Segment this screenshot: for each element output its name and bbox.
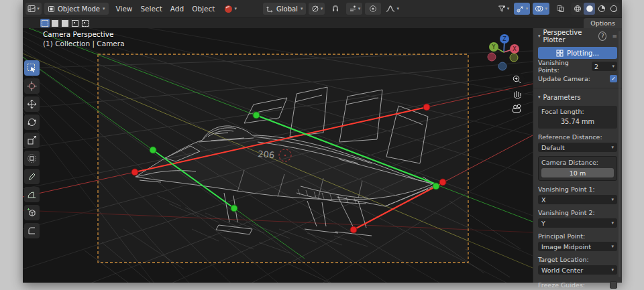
move-icon: [27, 99, 37, 109]
magnet-icon: [331, 5, 339, 13]
transform-orientation-dropdown[interactable]: Global ▾: [263, 3, 306, 15]
cursor-tool[interactable]: [24, 78, 40, 94]
plotting-button[interactable]: Plotting...: [538, 47, 617, 59]
annotate-tool[interactable]: [24, 169, 40, 184]
rotate-tool[interactable]: [24, 115, 40, 130]
vanishing-points-value: 2: [594, 63, 598, 70]
proportional-editing-button[interactable]: [365, 3, 381, 15]
select-mode-set[interactable]: [40, 19, 50, 27]
mode-dropdown[interactable]: Object Mode ▾: [44, 3, 109, 15]
select-box-icon: [27, 63, 37, 73]
principal-point-select[interactable]: Image Midpoint ▾: [538, 242, 617, 251]
add-cube-tool[interactable]: [24, 205, 40, 220]
guide-handle-green-2a[interactable]: [150, 147, 156, 153]
gizmo-neg-z-ball[interactable]: [498, 62, 506, 70]
snap-increment-icon: [349, 5, 357, 13]
3d-cursor-icon: [27, 81, 37, 91]
select-invert-icon: [72, 20, 78, 27]
select-set-icon: [42, 20, 48, 27]
vanishing-points-select[interactable]: 2 ▾: [592, 62, 617, 71]
parameters-header[interactable]: ▾ Parameters: [538, 92, 617, 102]
object-type-visibility-dropdown[interactable]: ▾: [495, 3, 511, 15]
vanishing-point-1-select[interactable]: X ▾: [538, 195, 617, 204]
tool-shelf: [24, 60, 40, 238]
perspective-plotter-panel: ▾ Perspective Plotter ? ≡ Plotting... Va…: [533, 28, 622, 283]
pivot-point-dropdown[interactable]: ▾: [309, 3, 325, 15]
select-mode-intersect[interactable]: [80, 19, 90, 27]
zoom-button[interactable]: [510, 72, 525, 87]
material-sphere-icon: [598, 5, 606, 13]
snap-toggle-button[interactable]: [327, 3, 343, 15]
chevron-down-icon: ▾: [103, 7, 105, 11]
object-mode-icon: [48, 5, 55, 13]
viewport-canvas: 206: [23, 28, 533, 283]
gizmo-neg-x-ball[interactable]: [488, 53, 496, 61]
guide-handle-red-1b[interactable]: [423, 104, 430, 111]
pan-button[interactable]: [510, 87, 525, 102]
select-mode-subtract[interactable]: [60, 19, 70, 27]
annotate-pen-icon: [27, 171, 37, 182]
guide-handle-red-2b[interactable]: [439, 179, 446, 186]
camera-distance-box: Camera Distance: 10 m: [538, 156, 617, 181]
vanishing-point-1-label: Vanishing Point 1:: [538, 186, 617, 193]
divider: [533, 88, 622, 88]
gizmos-toggle-dropdown[interactable]: ▾: [514, 3, 530, 15]
principal-point-dot: [284, 155, 286, 156]
plot-grid-icon: [556, 50, 564, 57]
select-box-tool[interactable]: [24, 60, 40, 76]
overlays-toggle-dropdown[interactable]: ▾: [533, 3, 549, 15]
tool-options-dropdown[interactable]: Options: [584, 18, 622, 28]
menu-add[interactable]: Add: [166, 0, 189, 17]
reference-distance-select[interactable]: Default ▾: [538, 143, 617, 152]
transform-tool[interactable]: [24, 151, 40, 166]
shading-rendered-button[interactable]: [608, 3, 619, 15]
shading-solid-button[interactable]: [584, 3, 595, 15]
wireframe-sphere-icon: [574, 5, 582, 13]
chevron-down-icon: ▾: [611, 198, 614, 202]
extra-tool[interactable]: [24, 223, 40, 238]
solid-sphere-icon: [586, 5, 594, 13]
measure-tool[interactable]: [24, 187, 40, 202]
viewport-header-bar: ▾ Object Mode ▾ View Select Add Object ▾…: [23, 0, 622, 18]
gizmo-neg-y-ball[interactable]: [510, 54, 518, 62]
axis-line-red: [23, 210, 533, 232]
select-mode-invert[interactable]: [70, 19, 80, 27]
proportional-falloff-dropdown[interactable]: ▾: [384, 3, 401, 15]
vanishing-point-2-select[interactable]: Y ▾: [538, 218, 617, 228]
update-camera-label: Update Camera:: [538, 75, 590, 82]
select-intersect-icon: [82, 20, 89, 27]
menu-object[interactable]: Object: [187, 0, 219, 17]
addon-menu-button[interactable]: ▾: [222, 3, 239, 15]
target-location-select[interactable]: World Center ▾: [538, 265, 617, 275]
aircraft-marking: 206: [258, 149, 275, 160]
pivot-point-icon: [311, 5, 319, 13]
shading-material-button[interactable]: [596, 3, 607, 15]
panel-scrollbar[interactable]: [619, 31, 621, 277]
editor-type-button[interactable]: ▾: [25, 3, 42, 15]
guide-handle-green-1b[interactable]: [433, 183, 439, 190]
xray-toggle-button[interactable]: [552, 3, 568, 15]
guide-handle-red-2a[interactable]: [350, 226, 357, 233]
snap-target-dropdown[interactable]: ▾: [346, 3, 362, 15]
help-icon[interactable]: ?: [598, 31, 606, 41]
camera-distance-field[interactable]: 10 m: [541, 168, 614, 177]
guide-handle-green-2b[interactable]: [231, 205, 237, 212]
guide-handle-red-1a[interactable]: [131, 169, 138, 175]
move-tool[interactable]: [24, 96, 40, 112]
menu-select[interactable]: Select: [136, 0, 166, 17]
scale-icon: [27, 135, 37, 145]
update-camera-checkbox[interactable]: ✓: [610, 75, 617, 82]
select-mode-extend[interactable]: [50, 19, 60, 27]
freeze-guides-checkbox[interactable]: [610, 281, 617, 289]
focal-length-label: Focal Length:: [541, 108, 614, 115]
camera-view-button[interactable]: [510, 102, 525, 117]
shading-wireframe-button[interactable]: [572, 3, 583, 15]
menu-view[interactable]: View: [111, 0, 138, 17]
scale-tool[interactable]: [24, 133, 40, 148]
chevron-down-icon: ▾: [396, 7, 399, 11]
3d-viewport[interactable]: 206: [23, 28, 533, 283]
panel-grip-icon[interactable]: ≡: [612, 33, 617, 40]
guide-handle-green-1a[interactable]: [253, 112, 260, 119]
panel-header[interactable]: ▾ Perspective Plotter ? ≡: [538, 31, 617, 42]
vanishing-point-1-value: X: [541, 196, 546, 204]
